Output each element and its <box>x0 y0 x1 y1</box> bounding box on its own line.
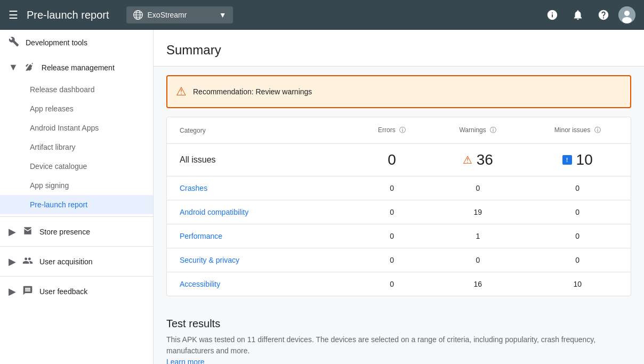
security-errors: 0 <box>352 248 431 272</box>
sidebar-item-pre-launch-report[interactable]: Pre-launch report <box>0 195 153 214</box>
notifications-button[interactable] <box>567 4 589 26</box>
store-presence-label: Store presence <box>39 228 90 236</box>
android-compat-warnings: 19 <box>431 200 524 224</box>
warning-triangle-icon: ⚠ <box>176 85 187 99</box>
all-issues-label: All issues <box>167 144 352 176</box>
banner-text: Recommendation: Review warnings <box>193 87 312 96</box>
sidebar-divider-3 <box>0 276 153 277</box>
learn-more-link[interactable]: Learn more <box>166 358 205 364</box>
user-feedback-label: User feedback <box>39 287 87 296</box>
security-link[interactable]: Security & privacy <box>180 256 239 264</box>
user-acquisition-label: User acquisition <box>39 257 93 266</box>
sidebar-item-release-mgmt[interactable]: ▼ Release management <box>0 55 153 80</box>
sidebar: Development tools ▼ Release management R… <box>0 30 154 364</box>
summary-title: Summary <box>166 43 631 58</box>
test-results-section: Test results This APK was tested on 11 d… <box>154 309 644 364</box>
app-name: ExoStreamr <box>148 11 187 19</box>
expand-icon: ▼ <box>9 62 18 73</box>
warnings-help-icon[interactable]: ⓘ <box>490 126 496 134</box>
wrench-icon <box>9 36 19 48</box>
crashes-minor: 0 <box>524 176 631 200</box>
dev-tools-label: Development tools <box>26 38 87 47</box>
all-issues-warning-icon: ⚠ <box>463 153 472 166</box>
all-issues-warnings: ⚠ 36 <box>431 144 524 176</box>
sidebar-item-store-presence[interactable]: ▶ Store presence <box>0 219 153 244</box>
accessibility-warnings: 16 <box>431 272 524 296</box>
android-compat-link[interactable]: Android compatibility <box>180 208 248 216</box>
sidebar-item-user-acquisition[interactable]: ▶ User acquisition <box>0 249 153 274</box>
table-row-security: Security & privacy 0 0 0 <box>167 248 631 272</box>
summary-header: Summary <box>154 30 644 67</box>
table-row-accessibility: Accessibility 0 16 10 <box>167 272 631 296</box>
crashes-warnings: 0 <box>431 176 524 200</box>
all-issues-row: All issues 0 ⚠ 36 ! 10 <box>167 144 631 176</box>
android-compat-errors: 0 <box>352 200 431 224</box>
avatar[interactable] <box>618 6 635 23</box>
sidebar-item-app-signing[interactable]: App signing <box>0 176 153 195</box>
sidebar-item-artifact-library[interactable]: Artifact library <box>0 137 153 157</box>
users-icon <box>22 255 33 268</box>
expand-icon-store: ▶ <box>9 226 16 238</box>
sidebar-item-release-dashboard[interactable]: Release dashboard <box>0 80 153 99</box>
top-header: ☰ Pre-launch report ExoStreamr ▼ <box>0 0 644 30</box>
table-header-row: Category Errors ⓘ Warnings ⓘ Minor issue… <box>167 117 631 144</box>
avatar-icon <box>618 6 635 23</box>
info-icon <box>546 9 558 21</box>
all-issues-errors: 0 <box>352 144 431 176</box>
info-button[interactable] <box>542 4 563 26</box>
device-catalogue-label: Device catalogue <box>30 162 87 171</box>
release-dashboard-label: Release dashboard <box>30 85 94 94</box>
security-minor: 0 <box>524 248 631 272</box>
test-results-title: Test results <box>166 309 631 330</box>
dropdown-arrow-icon: ▼ <box>219 11 227 19</box>
table-row-android-compat: Android compatibility 0 19 0 <box>167 200 631 224</box>
errors-help-icon[interactable]: ⓘ <box>399 126 406 134</box>
sidebar-item-app-releases[interactable]: App releases <box>0 99 153 118</box>
app-releases-label: App releases <box>30 104 74 113</box>
performance-minor: 0 <box>524 224 631 248</box>
page-title: Pre-launch report <box>27 9 109 21</box>
minor-help-icon[interactable]: ⓘ <box>594 126 601 134</box>
rocket-icon <box>25 61 35 74</box>
header-icons <box>542 4 635 26</box>
minor-issues-icon: ! <box>562 155 572 165</box>
sidebar-item-android-instant-apps[interactable]: Android Instant Apps <box>0 118 153 137</box>
expand-icon-ua: ▶ <box>9 256 16 268</box>
menu-icon[interactable]: ☰ <box>9 9 18 21</box>
performance-link[interactable]: Performance <box>180 232 222 240</box>
accessibility-link[interactable]: Accessibility <box>180 280 220 288</box>
col-errors: Errors ⓘ <box>352 117 431 144</box>
content-area: Summary ⚠ Recommendation: Review warning… <box>154 30 644 364</box>
main-layout: Development tools ▼ Release management R… <box>0 30 644 364</box>
app-selector[interactable]: ExoStreamr ▼ <box>126 6 233 23</box>
help-button[interactable] <box>593 4 614 26</box>
accessibility-minor: 10 <box>524 272 631 296</box>
col-category: Category <box>167 117 352 144</box>
pre-launch-report-label: Pre-launch report <box>30 200 87 209</box>
sidebar-item-dev-tools[interactable]: Development tools <box>0 30 153 55</box>
artifact-library-label: Artifact library <box>30 143 76 151</box>
table-row-crashes: Crashes 0 0 0 <box>167 176 631 200</box>
svg-point-7 <box>622 17 632 23</box>
sidebar-item-user-feedback[interactable]: ▶ User feedback <box>0 279 153 304</box>
sidebar-divider-2 <box>0 246 153 247</box>
test-results-description: This APK was tested on 11 different devi… <box>166 334 631 364</box>
performance-warnings: 1 <box>431 224 524 248</box>
all-issues-minor: ! 10 <box>524 144 631 176</box>
warning-banner: ⚠ Recommendation: Review warnings <box>166 75 631 108</box>
all-issues-minor-count: 10 <box>576 151 593 168</box>
android-compat-minor: 0 <box>524 200 631 224</box>
globe-icon <box>133 10 143 20</box>
svg-point-6 <box>624 11 630 16</box>
sidebar-item-device-catalogue[interactable]: Device catalogue <box>0 157 153 176</box>
crashes-errors: 0 <box>352 176 431 200</box>
table-row-performance: Performance 0 1 0 <box>167 224 631 248</box>
security-warnings: 0 <box>431 248 524 272</box>
col-minor-issues: Minor issues ⓘ <box>524 117 631 144</box>
issues-table-container: Category Errors ⓘ Warnings ⓘ Minor issue… <box>166 117 631 296</box>
chat-icon <box>22 285 33 297</box>
store-icon <box>22 225 33 238</box>
bell-icon <box>572 9 584 21</box>
crashes-link[interactable]: Crashes <box>180 184 207 192</box>
release-mgmt-label: Release management <box>42 63 115 72</box>
